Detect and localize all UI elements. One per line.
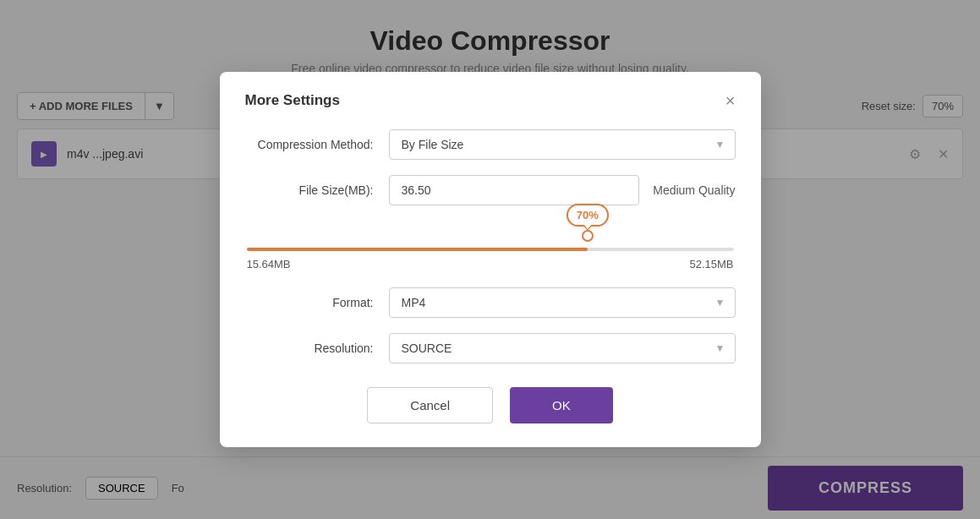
compression-method-row: Compression Method: By File Size By Qual… bbox=[245, 129, 736, 160]
compression-method-select[interactable]: By File Size By Quality By Bitrate bbox=[389, 129, 736, 160]
slider-range-labels: 15.64MB 52.15MB bbox=[247, 258, 734, 270]
compression-method-label: Compression Method: bbox=[245, 138, 389, 151]
dialog-title: More Settings bbox=[245, 92, 340, 109]
file-size-row: File Size(MB): Medium Quality bbox=[245, 175, 736, 205]
format-row: Format: MP4 AVI MOV MKV ▼ bbox=[245, 287, 736, 318]
modal-overlay: More Settings × Compression Method: By F… bbox=[0, 0, 980, 519]
dialog-footer: Cancel OK bbox=[245, 387, 736, 423]
dialog-header: More Settings × bbox=[245, 92, 736, 109]
slider-container: 70% bbox=[247, 221, 734, 251]
file-size-input[interactable] bbox=[389, 175, 640, 205]
slider-max-label: 52.15MB bbox=[689, 258, 733, 270]
slider-dot bbox=[582, 230, 594, 242]
format-select-wrapper: MP4 AVI MOV MKV ▼ bbox=[389, 287, 736, 318]
compression-slider-section: 70% 15.64MB 52.15MB bbox=[245, 221, 736, 270]
more-settings-dialog: More Settings × Compression Method: By F… bbox=[220, 72, 761, 447]
slider-fill bbox=[247, 248, 588, 251]
slider-thumb[interactable]: 70% bbox=[582, 230, 594, 242]
resolution-label: Resolution: bbox=[245, 341, 389, 355]
resolution-select[interactable]: SOURCE 1080p 720p 480p 360p bbox=[389, 333, 736, 363]
slider-bubble: 70% bbox=[567, 204, 609, 227]
cancel-button[interactable]: Cancel bbox=[367, 387, 493, 423]
format-select[interactable]: MP4 AVI MOV MKV bbox=[389, 287, 736, 318]
slider-track bbox=[247, 248, 734, 251]
ok-button[interactable]: OK bbox=[510, 387, 613, 423]
file-size-label: File Size(MB): bbox=[245, 183, 389, 197]
resolution-select-wrapper: SOURCE 1080p 720p 480p 360p ▼ bbox=[389, 333, 736, 363]
quality-label: Medium Quality bbox=[653, 183, 735, 197]
compression-method-select-wrapper: By File Size By Quality By Bitrate ▼ bbox=[389, 129, 736, 160]
resolution-row: Resolution: SOURCE 1080p 720p 480p 360p … bbox=[245, 333, 736, 363]
dialog-close-button[interactable]: × bbox=[725, 92, 736, 109]
format-label: Format: bbox=[245, 296, 389, 309]
slider-min-label: 15.64MB bbox=[247, 258, 291, 270]
